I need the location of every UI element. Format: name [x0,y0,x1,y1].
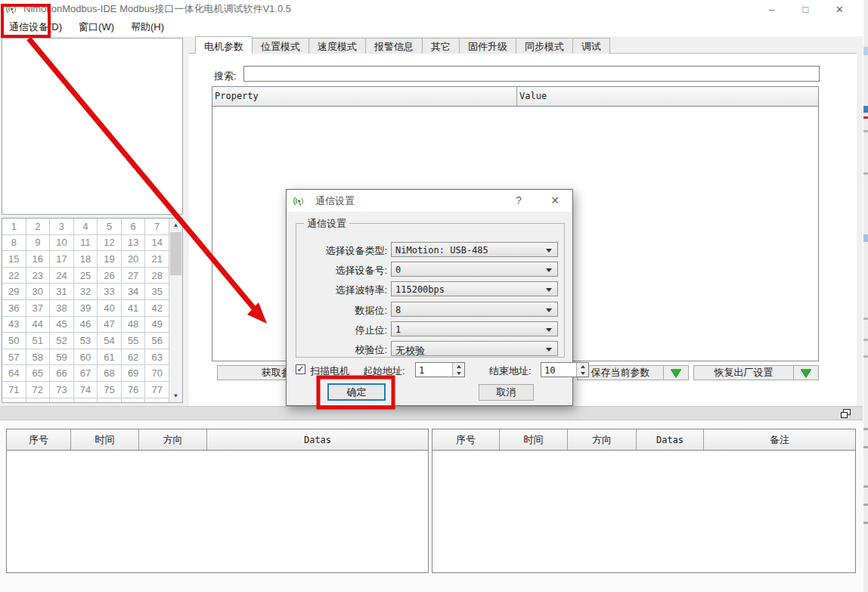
log-column-header[interactable]: Datas [637,429,704,450]
grid-cell[interactable]: 53 [74,333,98,349]
grid-cell[interactable]: 52 [50,333,74,349]
search-input[interactable] [243,66,820,82]
grid-cell[interactable]: 14 [145,235,169,252]
grid-cell[interactable]: 9 [26,235,51,252]
spin-down-icon[interactable] [453,370,464,377]
grid-cell[interactable]: 36 [2,300,26,317]
value-column-header[interactable]: Value [517,87,818,106]
grid-cell[interactable]: 15 [2,251,26,268]
grid-cell[interactable] [26,398,51,402]
scroll-down-icon[interactable]: ▼ [169,389,182,402]
grid-cell[interactable]: 31 [50,284,74,300]
grid-cell[interactable]: 34 [122,284,146,300]
log-column-header[interactable]: 备注 [704,429,855,450]
grid-cell[interactable]: 19 [98,251,122,268]
grid-cell[interactable]: 60 [74,349,98,366]
grid-cell[interactable]: 24 [50,268,74,284]
grid-cell[interactable]: 39 [74,300,98,317]
restore-factory-dropdown-button[interactable] [794,365,819,380]
grid-cell[interactable] [2,398,26,402]
grid-cell[interactable]: 23 [26,268,51,284]
grid-cell[interactable]: 20 [122,251,146,268]
grid-cell[interactable]: 30 [26,284,51,300]
grid-cell[interactable]: 59 [50,349,74,366]
grid-cell[interactable]: 21 [145,251,169,268]
grid-cell[interactable]: 40 [98,300,122,317]
data-bits-combobox[interactable]: 8 [391,302,558,317]
tab-alarm-info[interactable]: 报警信息 [365,38,423,54]
grid-cell[interactable]: 72 [26,382,51,398]
grid-cell[interactable]: 13 [122,235,146,252]
grid-cell[interactable]: 45 [50,317,74,333]
tab-motor-params[interactable]: 电机参数 [195,36,253,54]
dialog-close-button[interactable]: ✕ [548,194,562,206]
grid-cell[interactable]: 74 [74,382,98,398]
grid-cell[interactable]: 54 [98,333,122,349]
grid-cell[interactable]: 73 [50,382,74,398]
grid-cell[interactable]: 67 [74,365,98,382]
grid-cell[interactable]: 77 [145,382,169,398]
grid-cell[interactable]: 58 [26,349,51,366]
grid-cell[interactable]: 10 [50,235,74,252]
tab-sync-mode[interactable]: 同步模式 [516,38,573,54]
grid-cell[interactable]: 11 [74,235,98,252]
scan-motor-checkbox[interactable]: ✓ [296,364,305,374]
grid-cell[interactable] [145,398,169,402]
scrollbar-thumb[interactable] [170,232,181,275]
grid-cell[interactable]: 17 [50,251,74,268]
grid-cell[interactable]: 16 [26,251,51,268]
parity-combobox[interactable]: 无校验 [391,341,558,356]
grid-cell[interactable]: 22 [2,268,26,284]
log-column-header[interactable]: Datas [207,429,428,450]
log-column-header[interactable]: 方向 [139,429,207,450]
float-panel-icon[interactable] [841,409,851,418]
grid-cell[interactable]: 47 [98,317,122,333]
grid-cell[interactable]: 1 [2,219,26,235]
maximize-button[interactable]: □ [789,0,823,18]
minimize-button[interactable]: – [755,0,789,18]
spin-up-icon[interactable] [577,363,588,370]
grid-cell[interactable]: 27 [122,268,146,284]
log-column-header[interactable]: 序号 [432,429,500,450]
grid-cell[interactable]: 63 [145,349,169,366]
grid-cell[interactable]: 68 [98,365,122,382]
grid-cell[interactable]: 76 [122,382,146,398]
device-number-combobox[interactable]: 0 [391,262,558,277]
grid-cell[interactable]: 18 [74,251,98,268]
spin-down-icon[interactable] [577,370,588,377]
grid-cell[interactable]: 26 [98,268,122,284]
grid-cell[interactable]: 28 [145,268,169,284]
grid-cell[interactable] [122,398,146,402]
log-column-header[interactable]: 时间 [500,429,568,450]
grid-cell[interactable]: 50 [2,333,26,349]
grid-cell[interactable]: 8 [2,235,26,252]
baud-rate-combobox[interactable]: 115200bps [391,281,558,296]
grid-cell[interactable]: 69 [122,365,146,382]
grid-cell[interactable]: 42 [145,300,169,317]
close-button[interactable]: ✕ [823,0,857,18]
save-params-dropdown-button[interactable] [664,365,689,380]
grid-scrollbar[interactable]: ▲ ▼ [169,219,182,402]
grid-cell[interactable]: 41 [122,300,146,317]
grid-cell[interactable]: 6 [122,219,146,235]
scroll-up-icon[interactable]: ▲ [169,219,182,231]
start-address-spinbox[interactable]: 1 [415,362,465,377]
grid-cell[interactable]: 46 [74,317,98,333]
log-column-header[interactable]: 时间 [71,429,139,450]
grid-cell[interactable]: 12 [98,235,122,252]
grid-cell[interactable]: 70 [145,365,169,382]
grid-cell[interactable]: 51 [26,333,51,349]
menu-help[interactable]: 帮助(H) [123,18,172,36]
grid-cell[interactable]: 35 [145,284,169,300]
save-current-params-button[interactable]: 保存当前参数 [577,365,664,380]
menu-window[interactable]: 窗口(W) [71,18,122,36]
ok-button[interactable]: 确定 [327,383,386,401]
grid-cell[interactable]: 29 [2,284,26,300]
grid-cell[interactable]: 5 [98,219,122,235]
device-type-combobox[interactable]: NiMotion: USB-485 [391,242,558,257]
grid-cell[interactable]: 57 [2,349,26,366]
grid-cell[interactable]: 66 [50,365,74,382]
menu-communication-device[interactable]: 通信设备(D) [2,18,70,36]
end-address-spinbox[interactable]: 10 [541,362,589,377]
spin-up-icon[interactable] [453,363,464,370]
